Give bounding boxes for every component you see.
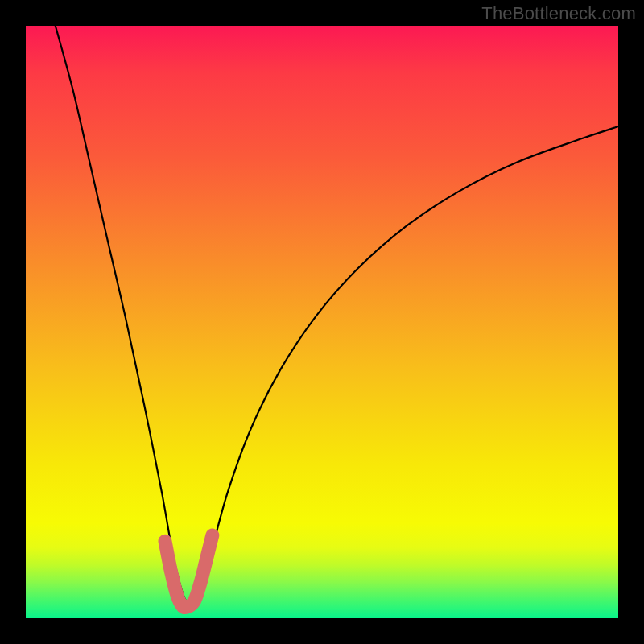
curve-layer xyxy=(26,26,618,618)
outer-frame: TheBottleneck.com xyxy=(0,0,644,644)
highlight-band xyxy=(165,535,213,608)
attribution-text: TheBottleneck.com xyxy=(481,3,636,24)
bottleneck-curve xyxy=(56,26,618,605)
plot-area xyxy=(26,26,618,618)
